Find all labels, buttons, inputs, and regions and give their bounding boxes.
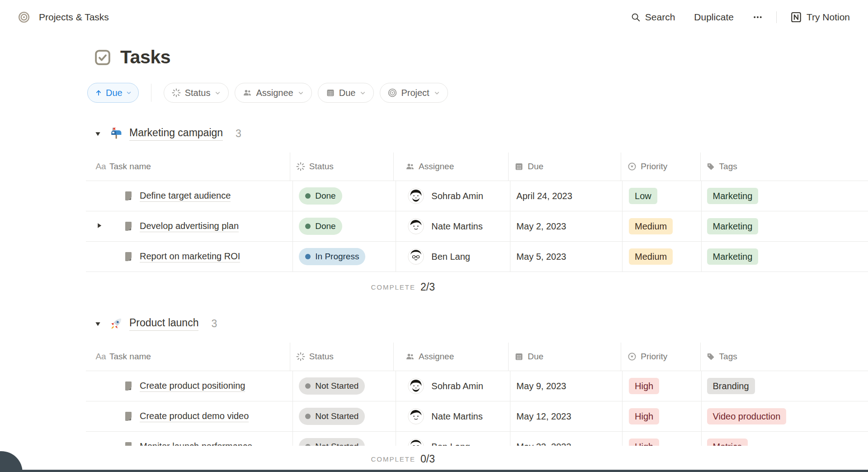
status-icon (296, 352, 305, 361)
people-icon (406, 162, 415, 171)
column-header-task-name[interactable]: AaTask name (86, 343, 290, 371)
status-pill[interactable]: In Progress (299, 248, 365, 265)
avatar (408, 218, 424, 234)
sort-chip-due[interactable]: Due (87, 83, 139, 103)
status-pill[interactable]: Not Started (299, 408, 365, 425)
triangle-down-icon (94, 320, 101, 327)
column-header-status[interactable]: Status (290, 153, 394, 181)
complete-value: 2/3 (420, 281, 435, 293)
complete-label: COMPLETE (371, 455, 416, 463)
filter-chip-project[interactable]: Project (380, 83, 448, 103)
priority-pill[interactable]: High (629, 378, 659, 394)
status-pill[interactable]: Not Started (299, 377, 365, 395)
filter-chip-label: Due (339, 88, 356, 98)
task-name-link[interactable]: Create product positioning (140, 381, 245, 392)
task-name-link[interactable]: Define target audience (140, 191, 231, 202)
column-header-due[interactable]: Due (509, 343, 621, 371)
status-label: Done (315, 221, 335, 231)
priority-cell: High (623, 371, 701, 401)
tag-pill[interactable]: Branding (707, 378, 755, 394)
due-date: May 12, 2023 (516, 411, 571, 422)
group-collapse-toggle[interactable] (91, 317, 104, 330)
target-icon (18, 11, 30, 23)
due-date-cell: May 5, 2023 (510, 242, 623, 272)
column-header-status[interactable]: Status (290, 343, 394, 371)
priority-pill[interactable]: High (629, 408, 659, 424)
expand-toggle[interactable] (96, 222, 104, 230)
due-date: April 24, 2023 (516, 191, 572, 201)
column-header-due[interactable]: Due (509, 153, 621, 181)
page-title-row: Tasks (94, 47, 170, 68)
priority-pill[interactable]: Medium (629, 248, 673, 265)
group-collapse-toggle[interactable] (91, 127, 104, 140)
status-cell: Done (293, 211, 396, 241)
filter-chip-status[interactable]: Status (164, 83, 229, 103)
task-cell: Create product positioning (86, 371, 293, 401)
priority-cell: Medium (623, 242, 701, 272)
table-row[interactable]: Report on marketing ROIIn ProgressBen La… (86, 242, 868, 272)
column-header-label: Priority (641, 352, 667, 362)
calendar-icon (326, 88, 335, 97)
filter-chips: StatusAssigneeDueProject (164, 83, 448, 103)
column-header-priority[interactable]: Priority (621, 153, 700, 181)
avatar (408, 408, 424, 424)
tag-pill[interactable]: Marketing (707, 188, 759, 204)
try-notion-button[interactable]: Try Notion (790, 11, 850, 23)
filter-chip-due[interactable]: Due (318, 83, 374, 103)
search-button[interactable]: Search (631, 12, 675, 23)
group-title[interactable]: Product launch (129, 317, 198, 331)
tag-pill[interactable]: Marketing (707, 218, 759, 234)
filter-chip-assignee[interactable]: Assignee (235, 83, 311, 103)
try-notion-label: Try Notion (807, 12, 850, 23)
breadcrumb[interactable]: Projects & Tasks (39, 12, 109, 23)
assignee-cell: Ben Lang (396, 242, 510, 272)
top-bar: Projects & Tasks Search Duplicate Try No… (0, 0, 868, 34)
status-pill[interactable]: Done (299, 218, 342, 235)
status-pill[interactable]: Done (299, 187, 342, 205)
tag-icon (706, 352, 715, 361)
due-date: May 5, 2023 (516, 252, 566, 262)
column-header-assignee[interactable]: Assignee (394, 343, 509, 371)
table-row[interactable]: Create product positioningNot StartedSoh… (86, 371, 868, 401)
priority-cell: Medium (623, 211, 701, 241)
table-row[interactable]: Develop advertising planDoneNate Martins… (86, 211, 868, 242)
priority-cell: High (623, 401, 701, 431)
priority-pill[interactable]: Medium (629, 218, 673, 234)
assignee-name: Nate Martins (431, 411, 482, 422)
text-icon: Aa (96, 162, 105, 171)
column-header-priority[interactable]: Priority (621, 343, 700, 371)
tag-pill[interactable]: Video production (707, 408, 787, 424)
tag-pill[interactable]: Marketing (707, 248, 759, 265)
task-name-link[interactable]: Create product demo video (140, 411, 249, 422)
task-name-link[interactable]: Report on marketing ROI (140, 251, 240, 262)
status-label: Not Started (315, 381, 359, 391)
status-cell: In Progress (293, 242, 396, 272)
column-header-label: Due (528, 352, 543, 362)
group-title[interactable]: Marketing campaign (129, 127, 223, 141)
status-dot-icon (305, 224, 311, 229)
column-header-assignee[interactable]: Assignee (394, 153, 509, 181)
assignee-name: Sohrab Amin (431, 381, 483, 391)
duplicate-button[interactable]: Duplicate (694, 12, 734, 23)
avatar (408, 378, 424, 394)
status-cell: Not Started (293, 371, 396, 401)
assignee-name: Nate Martins (431, 221, 482, 232)
column-header-label: Task name (109, 352, 151, 362)
status-icon (296, 162, 305, 171)
more-options-button[interactable] (753, 12, 763, 22)
task-name-link[interactable]: Develop advertising plan (140, 221, 239, 232)
column-header-task-name[interactable]: AaTask name (86, 153, 290, 181)
people-icon (406, 352, 415, 361)
page-icon (123, 411, 134, 422)
table-header-row: AaTask nameStatusAssigneeDuePriorityTags (86, 343, 868, 371)
status-label: Done (315, 191, 335, 201)
group-count: 3 (211, 318, 217, 330)
column-header-label: Status (309, 352, 334, 362)
priority-pill[interactable]: Low (629, 188, 657, 204)
tags-cell: Marketing (702, 181, 868, 211)
column-header-tags[interactable]: Tags (701, 153, 868, 181)
table-row[interactable]: Define target audienceDoneSohrab AminApr… (86, 181, 868, 211)
column-header-tags[interactable]: Tags (701, 343, 868, 371)
table-row[interactable]: Create product demo videoNot StartedNate… (86, 401, 868, 432)
chevron-down-icon (297, 90, 304, 96)
